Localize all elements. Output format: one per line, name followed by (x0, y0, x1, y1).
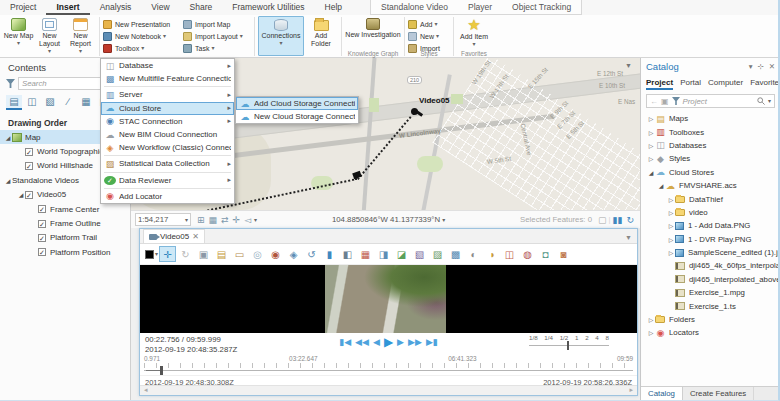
layer-checkbox[interactable]: ✓ (38, 220, 46, 228)
ribbon-tab-player[interactable]: Player (458, 0, 502, 14)
audio-icon[interactable]: ◅ (244, 215, 251, 225)
copy-display-icon[interactable]: ▣ (195, 246, 212, 262)
speed-slider-handle[interactable] (567, 341, 569, 350)
ribbon-tab-view[interactable]: View (141, 0, 179, 15)
import-layout-button[interactable]: Import Layout▾ (183, 30, 251, 42)
skip-to-end-button[interactable]: ▶▮ (426, 336, 438, 348)
refresh-icon[interactable]: ↻ (177, 246, 194, 262)
layer-checkbox[interactable]: ✓ (25, 162, 33, 170)
bottom-tab-create-features[interactable]: Create Features (683, 387, 754, 401)
graphics-overlay-icon[interactable]: ◪ (393, 246, 410, 262)
ribbon-tab-object-tracking[interactable]: Object Tracking (502, 0, 581, 14)
expand-arrow-icon[interactable]: ◢ (4, 134, 12, 141)
color-swatch[interactable] (145, 250, 154, 259)
swap-layers-icon[interactable]: ⇄ (221, 215, 229, 225)
filter-icon[interactable] (6, 79, 15, 88)
submenu-item-new-cloud-storage-connection[interactable]: ☁New Cloud Storage Connection (236, 110, 358, 123)
menu-item-server[interactable]: ▥Server▸ (101, 88, 234, 101)
video-display[interactable] (140, 265, 637, 333)
expand-arrow-icon[interactable]: ◢ (17, 191, 25, 198)
metadata-icon[interactable]: ▧ (411, 246, 428, 262)
timeline-slider-handle[interactable] (160, 366, 163, 375)
layer-checkbox[interactable]: ✓ (38, 248, 46, 256)
menu-item-stac-connection[interactable]: ◉STAC Connection▸ (101, 115, 234, 128)
speed-label-1-2[interactable]: 1/2 (560, 334, 569, 341)
layer-checkbox[interactable]: ✓ (25, 191, 33, 199)
catalog-tab-favorites[interactable]: Favorites (750, 78, 780, 90)
new-investigation-button[interactable]: New Investigation (345, 16, 401, 50)
ribbon-tab-insert[interactable]: Insert (46, 0, 89, 15)
catalog-item-datathief[interactable]: ▷DataThief (641, 192, 780, 205)
styles-new-button[interactable]: New▾ (408, 30, 440, 42)
expand-arrow-icon[interactable] (17, 149, 25, 155)
catalog-search-bar[interactable]: ← ▣ Project ▾ (646, 94, 775, 108)
add-folder-button[interactable]: Add Folder (304, 16, 338, 56)
connections-button[interactable]: Connections ▾ (258, 16, 304, 56)
catalog-item-samplescene-edited-1-jpg[interactable]: ▷SampleScene_edited (1).jpg (641, 246, 780, 259)
catalog-tab-project[interactable]: Project (646, 78, 673, 90)
toolbox-button[interactable]: Toolbox▾ (103, 42, 183, 54)
catalog-tab-computer[interactable]: Computer (708, 78, 743, 90)
tab-overflow-chevron-icon[interactable]: ▼ (625, 234, 632, 241)
new-presentation-button[interactable]: New Presentation (103, 18, 183, 30)
ribbon-tab-share[interactable]: Share (180, 0, 223, 15)
layer-item-frame-outline[interactable]: ✓Frame Outline (0, 216, 130, 230)
expand-arrow-icon[interactable]: ▷ (667, 222, 675, 229)
expand-arrow-icon[interactable] (30, 206, 38, 212)
new-map-button[interactable]: New Map ▾ (3, 16, 34, 56)
layer-item-frame-center[interactable]: ✓Frame Center (0, 202, 130, 216)
layer-checkbox[interactable]: ✓ (25, 148, 33, 156)
catalog-item-exercise-1-ts[interactable]: Exercise_1.ts (641, 299, 780, 312)
map-coordinates[interactable]: 104.8850846°W 41.1377339°N ▾ (332, 215, 445, 224)
measure-icon[interactable]: ▭ (231, 246, 248, 262)
follow-frame-icon[interactable]: ◈ (285, 246, 302, 262)
dropdown-arrow-icon[interactable]: ▾ (254, 217, 257, 223)
catalog-item-folders[interactable]: ▷Folders (641, 313, 780, 326)
new-notebook-button[interactable]: New Notebook▾ (103, 30, 183, 42)
speed-slider-track[interactable] (529, 341, 609, 349)
expand-arrow-icon[interactable] (17, 163, 25, 169)
layer-item-platform-trail[interactable]: ✓Platform Trail (0, 231, 130, 245)
pin-icon[interactable]: ⊹ (757, 62, 763, 71)
expand-arrow-icon[interactable]: ▷ (667, 249, 675, 256)
menu-item-new-bim-cloud-connection[interactable]: ☁New BIM Cloud Connection (101, 128, 234, 141)
speed-label-2[interactable]: 2 (585, 334, 588, 341)
new-layout-button[interactable]: New Layout ▾ (34, 16, 65, 56)
link-views-icon[interactable]: ◧ (339, 246, 356, 262)
catalog-item-databases[interactable]: ▷◫Databases (641, 139, 780, 152)
ribbon-tab-help[interactable]: Help (315, 0, 352, 15)
layer-checkbox[interactable]: ✓ (38, 205, 46, 213)
expand-arrow-icon[interactable]: ▷ (647, 155, 655, 162)
speed-label-1[interactable]: 1 (575, 334, 578, 341)
submenu-item-add-cloud-storage-connection[interactable]: ☁Add Cloud Storage Connection (236, 97, 358, 110)
new-report-button[interactable]: New Report ▾ (65, 16, 96, 56)
video-tab[interactable]: Video05 ✕ (143, 229, 205, 243)
selected-features-status[interactable]: Selected Features: 0 (520, 215, 592, 224)
import-map-button[interactable]: Import Map (183, 18, 251, 30)
expand-arrow-icon[interactable]: ▷ (647, 115, 655, 122)
video-panel-scrollbar[interactable]: ◂ ▸ (140, 385, 637, 395)
flash-frame-icon[interactable]: ◎ (249, 246, 266, 262)
fast-forward-button[interactable]: ▶▶ (408, 336, 422, 348)
add-item-button[interactable]: ★ Add Item ▾ (457, 16, 491, 50)
styles-add-button[interactable]: Add▾ (408, 18, 440, 30)
platform-position-icon[interactable]: ▮ (321, 246, 338, 262)
speed-label-1-8[interactable]: 1/8 (529, 334, 538, 341)
brightness-icon[interactable]: ◐ (465, 246, 482, 262)
image-enhance-icon[interactable]: ▩ (447, 246, 464, 262)
catalog-item-styles[interactable]: ▷◆Styles (641, 152, 780, 165)
task-button[interactable]: Task▾ (183, 42, 251, 54)
catalog-item-video[interactable]: ▷video (641, 206, 780, 219)
back-icon[interactable]: ← (650, 97, 658, 106)
catalog-item-dji465-interpolated-above-horiz-[interactable]: dji465_interpolated_above_horiz... (641, 273, 780, 286)
ribbon-tab-project[interactable]: Project (0, 0, 46, 15)
catalog-item-dji465-4k-60fps-interpolated-ts[interactable]: dji465_4k_60fps_interpolated.ts (641, 259, 780, 272)
catalog-item-exercise-1-mpg[interactable]: Exercise_1.mpg (641, 286, 780, 299)
scroll-right-icon[interactable]: ▸ (629, 386, 633, 394)
layer-item-platform-position[interactable]: ✓Platform Position (0, 245, 130, 259)
expand-arrow-icon[interactable]: ▷ (647, 142, 655, 149)
ribbon-tab-analysis[interactable]: Analysis (90, 0, 142, 15)
list-by-editing-icon[interactable]: ∕ (60, 95, 76, 110)
speed-label-4[interactable]: 4 (595, 334, 598, 341)
catalog-item-1-dvr-play-png[interactable]: ▷1 - DVR Play.PNG (641, 233, 780, 246)
